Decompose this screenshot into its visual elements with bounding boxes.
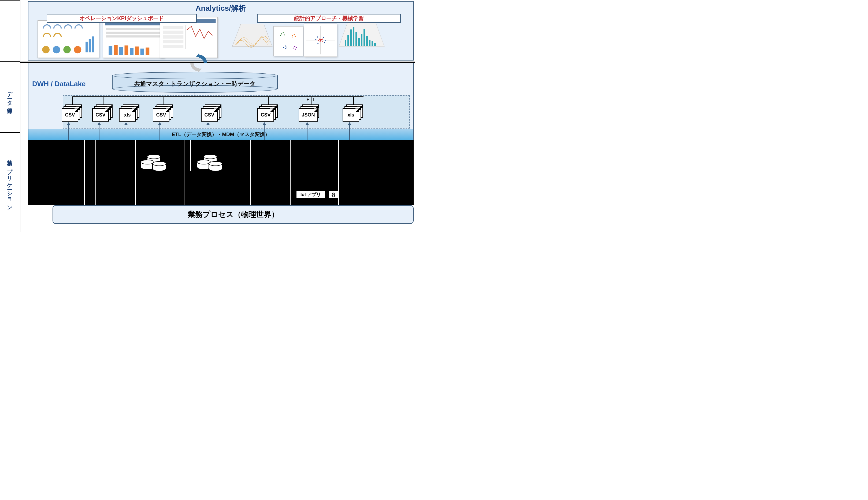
spectrum-3d-thumb	[230, 20, 275, 52]
svg-point-30	[283, 34, 285, 35]
svg-point-29	[282, 32, 283, 33]
svg-rect-10	[106, 35, 161, 37]
cylinder-text: 共通マスタ・トランザクション・一時データ	[112, 80, 278, 88]
svg-rect-6	[92, 36, 94, 52]
svg-rect-17	[141, 48, 144, 55]
svg-rect-18	[146, 48, 149, 55]
svg-rect-25	[163, 40, 183, 43]
svg-rect-15	[130, 48, 133, 55]
svg-rect-23	[163, 31, 183, 34]
svg-point-34	[295, 36, 296, 37]
svg-rect-26	[163, 45, 183, 48]
svg-point-37	[286, 47, 287, 48]
file-stack-7: xls	[343, 104, 365, 122]
gauge-chart-thumb	[38, 21, 99, 58]
svg-rect-68	[366, 36, 368, 46]
etl-horizontal-connector	[73, 96, 364, 97]
bar-chart-thumb	[103, 19, 164, 58]
svg-rect-62	[350, 30, 352, 46]
etl-mdm-band: ETL（データ変換）・MDM（マスタ変換）	[28, 129, 414, 140]
svg-point-39	[285, 48, 286, 49]
file-label: CSV	[92, 108, 109, 122]
svg-rect-63	[353, 27, 354, 46]
svg-point-48	[321, 39, 322, 40]
svg-rect-22	[163, 26, 183, 29]
sidebar-cell-data-mgmt: データ管理	[0, 61, 20, 133]
etl-trunk-connector	[194, 92, 195, 96]
sidebar-cell-apps: 業務アプリケーション	[0, 133, 20, 232]
ml-thumbnail-4	[337, 19, 387, 51]
dwh-label: DWH / DataLake	[32, 80, 86, 88]
svg-point-1	[53, 46, 60, 54]
file-label: CSV	[257, 108, 274, 122]
kpi-dashboard-heading: オペレーションKPIダッシュボード	[47, 14, 197, 23]
svg-rect-71	[374, 43, 376, 46]
app-each: 各	[328, 190, 339, 199]
file-stack-0: CSV	[62, 104, 84, 122]
dashboard-thumbnail-2	[103, 19, 165, 58]
svg-point-0	[42, 46, 49, 54]
svg-rect-24	[163, 35, 183, 38]
svg-rect-4	[86, 42, 88, 52]
ml-thumbnail-2	[274, 26, 303, 56]
svg-marker-27	[232, 24, 272, 47]
dwh-cylinder: 共通マスタ・トランザクション・一時データ	[112, 72, 278, 93]
svg-point-51	[318, 39, 319, 41]
svg-point-28	[281, 33, 282, 35]
analytics-title: Analytics/解析	[29, 3, 413, 13]
file-stack-6: JSON	[299, 104, 321, 122]
scatter-centered-thumb	[304, 24, 337, 57]
ml-thumbnail-3	[304, 24, 337, 57]
svg-rect-60	[345, 40, 346, 46]
svg-point-50	[322, 41, 323, 42]
file-label: JSON	[299, 108, 318, 122]
svg-point-2	[63, 46, 71, 54]
svg-rect-67	[364, 29, 365, 46]
dwh-band: DWH / DataLake 共通マスタ・トランザクション・一時データ ETL …	[28, 61, 414, 133]
cycle-icon	[188, 53, 209, 73]
sidebar-cell-top	[0, 0, 20, 61]
file-label: CSV	[153, 108, 169, 122]
svg-rect-5	[89, 39, 91, 52]
svg-rect-9	[106, 32, 161, 34]
svg-point-47	[319, 38, 320, 39]
svg-rect-61	[347, 35, 349, 46]
svg-rect-14	[124, 46, 128, 55]
file-stack-4: CSV	[201, 104, 223, 122]
file-stack-1: CSV	[92, 104, 114, 122]
file-stack-3: CSV	[153, 104, 175, 122]
ml-thumbnail-1	[230, 20, 275, 52]
svg-rect-69	[369, 39, 370, 46]
sidebar: データ管理 業務アプリケーション	[0, 0, 20, 232]
file-stack-5: CSV	[257, 104, 279, 122]
file-stack-2: xls	[119, 104, 141, 122]
svg-point-52	[322, 38, 323, 39]
database-icon	[197, 154, 226, 174]
database-icon	[141, 154, 170, 174]
app-iot: IoTアプリ	[296, 190, 325, 199]
svg-point-53	[317, 36, 318, 37]
svg-rect-12	[114, 45, 118, 55]
file-label: CSV	[201, 108, 218, 122]
svg-point-35	[292, 36, 293, 37]
svg-rect-66	[361, 34, 363, 46]
file-label: xls	[119, 108, 136, 122]
histogram-3d-thumb	[337, 19, 387, 51]
svg-point-41	[296, 47, 297, 48]
svg-point-43	[295, 49, 296, 50]
svg-point-32	[292, 35, 293, 36]
svg-point-36	[285, 46, 286, 47]
svg-point-54	[323, 37, 324, 38]
file-label: xls	[343, 108, 359, 122]
svg-point-33	[294, 34, 295, 35]
process-band: 業務プロセス（物理世界）	[53, 205, 414, 224]
svg-rect-16	[135, 47, 139, 55]
line-chart-thumb	[160, 18, 218, 58]
file-label: CSV	[62, 108, 78, 122]
svg-point-49	[320, 41, 321, 42]
svg-rect-70	[371, 41, 373, 46]
dashboard-thumbnail-1	[37, 20, 99, 58]
svg-point-58	[325, 39, 326, 41]
svg-point-56	[324, 42, 325, 43]
analytics-band: Analytics/解析 オペレーションKPIダッシュボード 統計的アプローチ・…	[28, 1, 414, 60]
